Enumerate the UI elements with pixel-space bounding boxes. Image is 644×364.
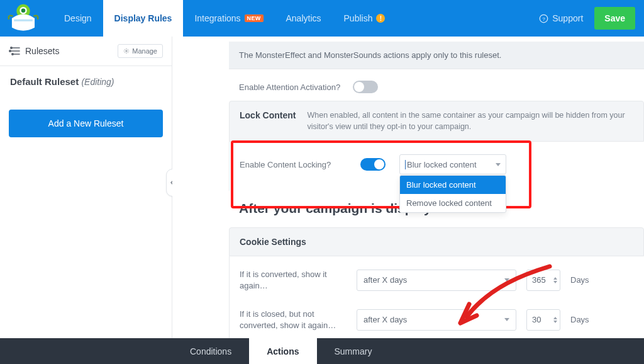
bottom-tab-actions[interactable]: Actions [249, 338, 316, 364]
chevron-down-icon [496, 163, 501, 166]
new-badge: NEW [245, 14, 264, 22]
rulesets-icon [9, 47, 20, 55]
manage-button[interactable]: Manage [118, 44, 163, 58]
cookie-converted-value: after X days [364, 275, 407, 285]
chevron-down-icon [504, 278, 509, 282]
cookie-converted-select[interactable]: after X days [357, 270, 516, 291]
lock-mode-dropdown: Blur locked content Remove locked conten… [399, 175, 506, 213]
svg-point-2 [21, 8, 26, 13]
cookie-closed-days-input[interactable]: 30 [526, 309, 560, 331]
tab-publish-label: Publish [344, 13, 373, 23]
sidebar: Rulesets Manage Default Ruleset (Editing… [0, 37, 172, 338]
lock-option-blur[interactable]: Blur locked content [400, 176, 506, 194]
app-logo [6, 4, 40, 33]
lock-toggle[interactable] [360, 158, 386, 171]
sidebar-title: Rulesets [25, 46, 59, 56]
add-ruleset-button[interactable]: Add a New Ruleset [9, 110, 163, 137]
ruleset-label: Default Ruleset [10, 76, 79, 87]
support-link[interactable]: ? Support [539, 13, 583, 23]
top-nav: Design Display Rules Integrations NEW An… [0, 0, 644, 37]
bottom-tab-conditions[interactable]: Conditions [172, 338, 249, 364]
cookie-converted-unit: Days [570, 275, 589, 285]
tab-design[interactable]: Design [53, 0, 103, 37]
lock-mode-value: Blur locked content [407, 160, 477, 169]
lock-desc: When enabled, all content in the same co… [307, 110, 633, 132]
tab-analytics[interactable]: Analytics [275, 0, 333, 37]
attention-toggle[interactable] [353, 81, 378, 93]
info-strip: The MonsterEffect and MonsterSounds acti… [229, 42, 644, 69]
tab-integrations-label: Integrations [194, 13, 240, 23]
cookie-section-head: Cookie Settings [229, 227, 644, 256]
cookie-closed-select[interactable]: after X days [357, 309, 516, 331]
tab-display-rules[interactable]: Display Rules [103, 0, 184, 37]
svg-text:?: ? [542, 16, 545, 21]
body: Rulesets Manage Default Ruleset (Editing… [0, 37, 644, 338]
editing-label: (Editing) [81, 77, 114, 87]
chevron-down-icon [504, 318, 509, 321]
svg-point-11 [126, 50, 128, 52]
tab-integrations[interactable]: Integrations NEW [183, 0, 274, 37]
publish-warn-badge: ! [376, 14, 385, 23]
cookie-converted-days-input[interactable]: 365 [526, 270, 560, 291]
cookie-row-closed: If it is closed, but not converted, show… [230, 300, 644, 338]
cookie-converted-days-value: 365 [532, 275, 546, 285]
lock-title: Lock Content [240, 110, 296, 120]
bottom-tab-bar: Conditions Actions Summary [0, 338, 644, 364]
tab-publish[interactable]: Publish ! [333, 0, 397, 37]
lock-mode-select[interactable]: Blur locked content Blur locked content … [399, 154, 506, 174]
help-icon: ? [539, 14, 548, 23]
support-label: Support [552, 13, 583, 23]
cookie-closed-value: after X days [364, 315, 407, 324]
lock-enable-label: Enable Content Locking? [240, 160, 347, 169]
cookie-row-converted: If it is converted, show it again… after… [230, 260, 644, 300]
main-content: The MonsterEffect and MonsterSounds acti… [172, 37, 644, 338]
cookie-section-body: If it is converted, show it again… after… [229, 256, 644, 338]
gear-icon [123, 48, 130, 54]
svg-point-9 [9, 50, 11, 52]
lock-section-body: Enable Content Locking? Blur locked cont… [229, 142, 644, 191]
cookie-converted-label: If it is converted, show it again… [240, 269, 347, 291]
lock-option-remove[interactable]: Remove locked content [400, 194, 506, 212]
attention-label: Enable Attention Activation? [239, 82, 340, 92]
cookie-closed-unit: Days [570, 315, 589, 324]
bottom-tab-summary[interactable]: Summary [317, 338, 390, 364]
cookie-closed-days-value: 30 [532, 315, 541, 324]
top-tabs: Design Display Rules Integrations NEW An… [53, 0, 396, 37]
attention-row: Enable Attention Activation? [229, 69, 644, 101]
save-button[interactable]: Save [594, 7, 635, 30]
lock-section-head: Lock Content When enabled, all content i… [229, 101, 644, 142]
cookie-closed-label: If it is closed, but not converted, show… [240, 309, 347, 331]
sidebar-header: Rulesets Manage [0, 37, 172, 66]
manage-label: Manage [132, 47, 157, 55]
current-ruleset[interactable]: Default Ruleset (Editing) [0, 66, 172, 97]
svg-point-8 [11, 47, 12, 48]
svg-point-10 [12, 54, 13, 55]
